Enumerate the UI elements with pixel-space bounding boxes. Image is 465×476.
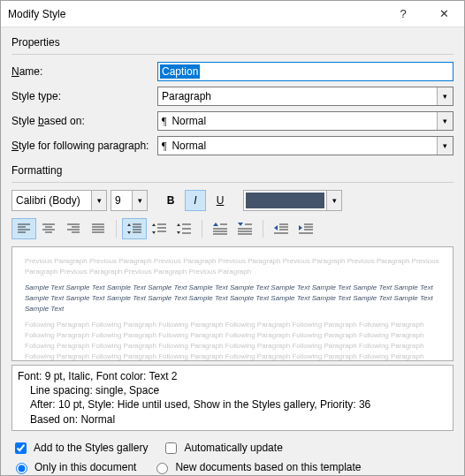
window-title: Modify Style (8, 8, 383, 20)
titlebar: Modify Style ? ✕ (1, 1, 464, 27)
chevron-down-icon: ▾ (437, 112, 453, 130)
align-justify-button[interactable] (86, 218, 111, 239)
divider (11, 182, 454, 183)
chevron-down-icon: ▾ (132, 191, 147, 210)
following-para-label: Style for following paragraph: (11, 140, 157, 152)
auto-update-checkbox[interactable]: Automatically update (162, 440, 282, 457)
name-input[interactable]: Caption (157, 62, 454, 81)
space-before-decrease-button[interactable] (232, 218, 257, 239)
properties-heading: Properties (11, 36, 454, 49)
svg-marker-37 (238, 223, 243, 226)
font-size-combo[interactable]: 9 ▾ (111, 190, 148, 211)
font-color-combo[interactable]: ▾ (243, 190, 342, 211)
svg-marker-31 (177, 231, 180, 234)
decrease-indent-button[interactable] (269, 218, 293, 239)
align-center-button[interactable] (36, 218, 61, 239)
based-on-label: Style based on: (11, 115, 157, 127)
align-left-button[interactable] (11, 218, 36, 239)
svg-marker-32 (213, 223, 218, 226)
divider (11, 54, 454, 55)
align-right-button[interactable] (61, 218, 86, 239)
pilcrow-icon: ¶ (162, 140, 166, 153)
close-button[interactable]: ✕ (423, 1, 464, 27)
increase-indent-button[interactable] (293, 218, 318, 239)
svg-marker-47 (299, 225, 302, 230)
chevron-down-icon: ▾ (437, 137, 453, 155)
help-button[interactable]: ? (383, 1, 423, 27)
line-spacing-1-button[interactable] (122, 218, 147, 239)
style-type-label: Style type: (11, 90, 157, 102)
style-description: Font: 9 pt, Italic, Font color: Text 2 L… (11, 365, 454, 431)
svg-marker-26 (152, 231, 156, 234)
style-preview: Previous Paragraph Previous Paragraph Pr… (11, 246, 454, 361)
only-this-document-radio[interactable]: Only in this document (11, 460, 136, 474)
space-before-increase-button[interactable] (208, 218, 232, 239)
pilcrow-icon: ¶ (162, 115, 166, 128)
preview-following-para: Following Paragraph Following Paragraph … (25, 320, 440, 361)
chevron-down-icon: ▾ (437, 87, 453, 105)
chevron-down-icon: ▾ (326, 191, 341, 210)
color-swatch (246, 193, 324, 208)
svg-marker-42 (274, 225, 278, 230)
new-documents-template-radio[interactable]: New documents based on this template (152, 460, 361, 474)
preview-previous-para: Previous Paragraph Previous Paragraph Pr… (25, 256, 440, 277)
paragraph-toolbar (11, 218, 454, 239)
italic-button[interactable]: I (185, 190, 206, 211)
svg-marker-25 (152, 223, 156, 226)
chevron-down-icon: ▾ (91, 191, 106, 210)
svg-marker-20 (127, 223, 131, 226)
add-to-gallery-checkbox[interactable]: Add to the Styles gallery (11, 440, 148, 457)
style-type-combo[interactable]: Paragraph ▾ (157, 87, 454, 106)
preview-sample-text: Sample Text Sample Text Sample Text Samp… (25, 283, 440, 314)
underline-button[interactable]: U (210, 190, 231, 211)
svg-marker-21 (127, 231, 131, 234)
following-para-combo[interactable]: ¶ Normal ▾ (157, 136, 454, 155)
svg-marker-30 (177, 223, 180, 226)
line-spacing-2-button[interactable] (172, 218, 196, 239)
modify-style-dialog: Modify Style ? ✕ Properties Name: Captio… (0, 0, 465, 476)
name-label: Name: (11, 65, 157, 78)
formatting-heading: Formatting (11, 164, 454, 177)
bold-button[interactable]: B (160, 190, 181, 211)
line-spacing-1-5-button[interactable] (147, 218, 172, 239)
based-on-combo[interactable]: ¶ Normal ▾ (157, 111, 454, 131)
font-name-combo[interactable]: Calibri (Body) ▾ (11, 190, 107, 211)
